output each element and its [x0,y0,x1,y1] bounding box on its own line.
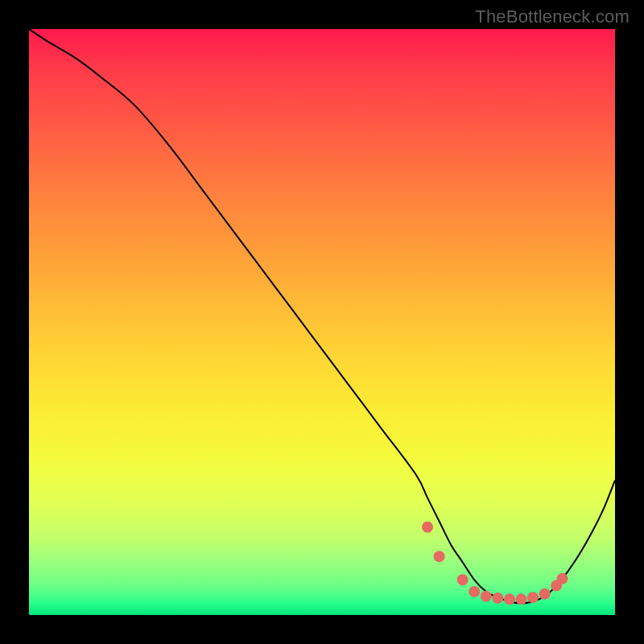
watermark-text: TheBottleneck.com [475,6,630,27]
plot-area [29,29,615,615]
data-point [527,592,539,603]
bottleneck-curve [29,29,615,603]
data-point [469,586,480,597]
data-point [481,591,492,602]
data-point [539,588,551,600]
data-point [422,522,433,533]
chart-frame: TheBottleneck.com [0,0,644,644]
data-point [516,593,527,605]
data-point [556,573,568,584]
data-point [504,593,515,605]
chart-svg [29,29,615,615]
data-point [492,592,503,604]
data-point [434,551,445,562]
data-point [457,574,469,585]
